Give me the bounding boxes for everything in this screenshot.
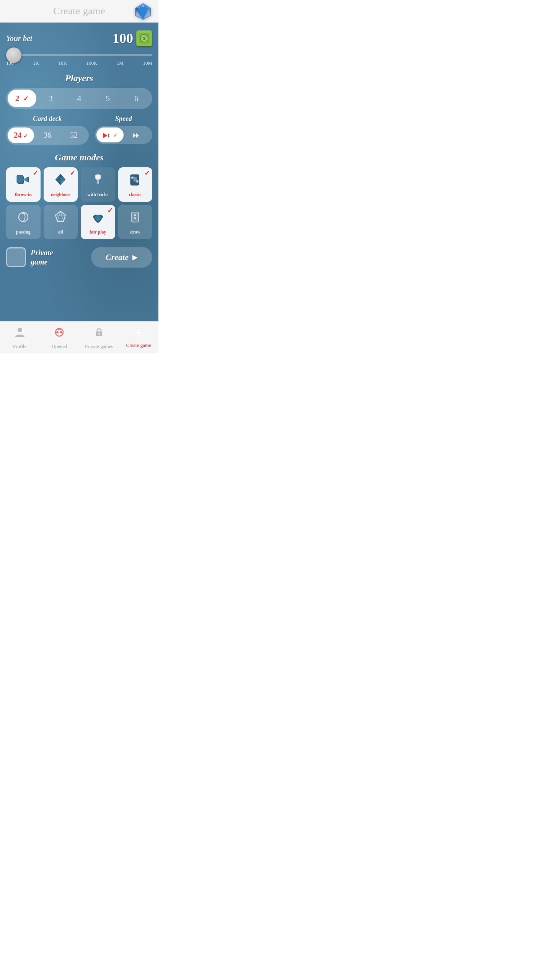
mode-passing[interactable]: passing: [6, 205, 41, 239]
main-content: Your bet 100 $ 100 1K 10K 100K 1M 10M Pl…: [0, 23, 158, 321]
classic-icon: 🃏: [128, 172, 142, 189]
private-game-group: Privategame: [6, 247, 53, 267]
throw-in-label: throw-in: [15, 192, 32, 198]
deck-speed-row: Card deck 24 ✓ 36 52 Speed ✓: [6, 115, 152, 145]
svg-point-44: [134, 217, 136, 219]
draw-label: draw: [130, 229, 140, 235]
mode-classic[interactable]: ✓ 🃏 classic: [118, 167, 153, 202]
svg-marker-12: [103, 133, 108, 138]
private-games-icon: [93, 326, 105, 341]
mode-with-tricks[interactable]: with tricks: [81, 167, 115, 202]
bet-section: Your bet 100 $: [6, 30, 152, 46]
svg-point-30: [98, 177, 100, 180]
players-option-2[interactable]: 2 ✓: [8, 90, 36, 107]
svg-text:🃏: 🃏: [133, 177, 138, 182]
svg-rect-42: [132, 212, 139, 222]
draw-icon: [128, 210, 142, 227]
game-modes-title: Game modes: [6, 152, 152, 163]
speed-option-normal[interactable]: ✓: [96, 127, 124, 142]
mode-throw-in[interactable]: ✓ throw-in: [6, 167, 41, 202]
bottom-nav: Profile Opened Private games: [0, 321, 158, 353]
with-tricks-icon: [91, 172, 105, 189]
fair-play-label: fair play: [90, 229, 106, 235]
fair-play-icon: [91, 210, 105, 227]
slider-label-100k: 100K: [86, 60, 97, 66]
all-label: all: [58, 229, 63, 235]
throw-in-icon: [16, 172, 31, 189]
svg-point-8: [142, 5, 144, 7]
deck-option-52[interactable]: 52: [61, 127, 87, 143]
game-modes-grid: ✓ throw-in ✓: [6, 167, 152, 239]
create-game-icon: [134, 328, 143, 340]
classic-check: ✓: [144, 169, 150, 177]
private-game-label: Privategame: [31, 248, 53, 266]
speed-title: Speed: [95, 115, 152, 123]
deck-option-36[interactable]: 36: [34, 127, 60, 143]
nav-profile-label: Profile: [13, 343, 26, 350]
speed-section: Speed ✓: [95, 115, 152, 145]
bottom-row: Privategame Create ▶: [6, 247, 152, 268]
players-option-4[interactable]: 4: [65, 90, 94, 107]
mode-draw[interactable]: draw: [118, 205, 153, 239]
nav-profile[interactable]: Profile: [0, 322, 40, 353]
throw-in-check: ✓: [33, 169, 38, 177]
deck-option-24[interactable]: 24 ✓: [8, 127, 34, 143]
players-selector: 2 ✓ 3 4 5 6: [6, 88, 152, 109]
gem-icon: [134, 2, 152, 20]
svg-marker-14: [136, 133, 139, 138]
speed-option-fast[interactable]: [124, 127, 151, 142]
bet-slider[interactable]: [6, 54, 152, 56]
slider-label-10m: 10M: [143, 60, 152, 66]
passing-label: passing: [16, 229, 31, 235]
svg-point-48: [60, 331, 62, 333]
bet-coin-icon: $: [136, 30, 152, 46]
create-button-label: Create: [106, 252, 129, 262]
players-option-5[interactable]: 5: [93, 90, 122, 107]
bet-slider-container[interactable]: 100 1K 10K 100K 1M 10M: [6, 51, 152, 66]
deck-selector: 24 ✓ 36 52: [6, 126, 89, 145]
neighbors-label: neighbors: [51, 192, 70, 198]
svg-point-36: [19, 212, 28, 222]
neighbors-check: ✓: [70, 169, 75, 177]
classic-label: classic: [129, 192, 142, 198]
slider-label-100: 100: [6, 60, 14, 66]
passing-icon: [16, 210, 31, 227]
nav-create-game-label: Create game: [126, 342, 151, 348]
mode-fair-play[interactable]: ✓ fair play: [81, 205, 115, 239]
svg-text:$: $: [143, 36, 145, 41]
page-title: Create game: [53, 5, 105, 17]
create-button[interactable]: Create ▶: [91, 247, 152, 268]
bet-value: 100: [112, 30, 133, 46]
nav-create-game[interactable]: Create game: [119, 322, 159, 353]
nav-private-games[interactable]: Private games: [79, 322, 119, 353]
svg-point-47: [56, 331, 59, 333]
neighbors-icon: [53, 172, 68, 189]
nav-private-games-label: Private games: [85, 343, 113, 350]
svg-point-43: [134, 214, 136, 216]
players-option-3[interactable]: 3: [36, 90, 65, 107]
svg-point-50: [98, 333, 100, 335]
players-option-6[interactable]: 6: [122, 90, 151, 107]
private-game-checkbox[interactable]: [6, 247, 26, 267]
mode-neighbors[interactable]: ✓ neighbors: [44, 167, 78, 202]
fair-play-check: ✓: [107, 206, 113, 215]
mode-all[interactable]: all: [44, 205, 78, 239]
svg-rect-16: [17, 175, 23, 183]
deck-title: Card deck: [6, 115, 89, 123]
svg-marker-37: [55, 211, 65, 221]
bet-label: Your bet: [6, 34, 32, 43]
deck-section: Card deck 24 ✓ 36 52: [6, 115, 89, 145]
nav-opened[interactable]: Opened: [40, 322, 80, 353]
all-icon: [53, 210, 68, 227]
svg-rect-31: [97, 180, 99, 184]
svg-point-29: [96, 177, 98, 180]
slider-label-1m: 1M: [117, 60, 124, 66]
create-button-arrow: ▶: [132, 253, 138, 261]
nav-opened-label: Opened: [52, 343, 67, 350]
slider-label-10k: 10K: [58, 60, 67, 66]
with-tricks-label: with tricks: [87, 192, 108, 198]
bet-value-group: 100 $: [112, 30, 152, 46]
speed-selector: ✓: [95, 126, 152, 144]
svg-marker-13: [133, 133, 136, 138]
header: Create game: [0, 0, 158, 23]
